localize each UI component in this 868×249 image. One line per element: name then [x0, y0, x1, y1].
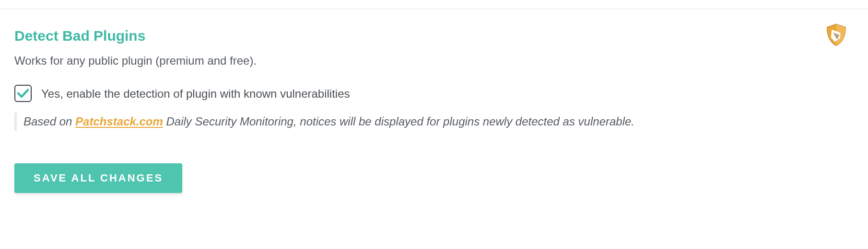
info-suffix: Daily Security Monitoring, notices will …	[163, 115, 634, 128]
info-prefix: Based on	[23, 115, 75, 128]
settings-section: Detect Bad Plugins Works for any public …	[0, 9, 868, 222]
patchstack-link[interactable]: Patchstack.com	[75, 115, 163, 128]
section-title: Detect Bad Plugins	[14, 27, 854, 45]
shield-badge-icon	[824, 23, 849, 47]
checkbox-row: Yes, enable the detection of plugin with…	[14, 85, 854, 102]
checkbox-label: Yes, enable the detection of plugin with…	[41, 86, 350, 101]
checkmark-icon	[17, 89, 29, 98]
enable-detection-checkbox[interactable]	[14, 85, 32, 102]
info-note: Based on Patchstack.com Daily Security M…	[14, 113, 854, 131]
save-all-changes-button[interactable]: SAVE ALL CHANGES	[14, 163, 182, 193]
section-subtitle: Works for any public plugin (premium and…	[14, 53, 854, 68]
